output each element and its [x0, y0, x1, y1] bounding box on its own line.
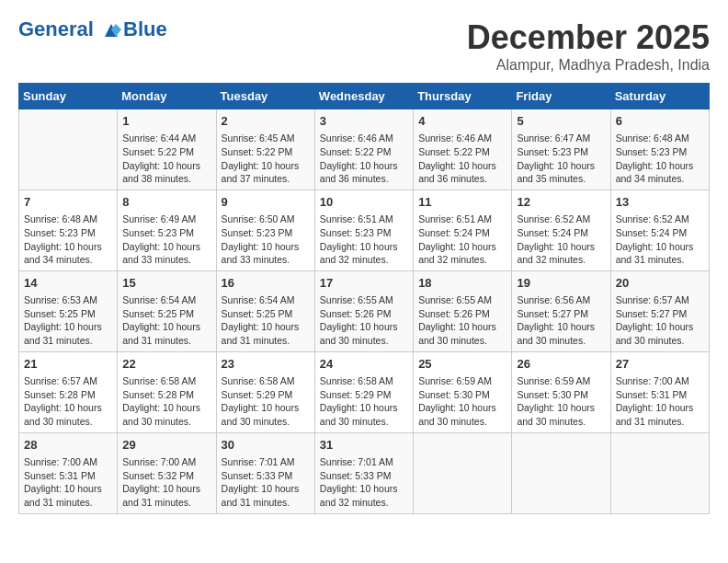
- calendar-week-row: 7Sunrise: 6:48 AM Sunset: 5:23 PM Daylig…: [19, 190, 710, 270]
- calendar-cell: 30Sunrise: 7:01 AM Sunset: 5:33 PM Dayli…: [216, 432, 314, 513]
- day-number: 3: [320, 113, 408, 130]
- day-number: 11: [418, 194, 506, 211]
- calendar-cell: 10Sunrise: 6:51 AM Sunset: 5:23 PM Dayli…: [314, 190, 413, 270]
- calendar-cell: [19, 109, 118, 190]
- day-info: Sunrise: 6:48 AM Sunset: 5:23 PM Dayligh…: [616, 132, 704, 186]
- calendar-cell: 26Sunrise: 6:59 AM Sunset: 5:30 PM Dayli…: [512, 351, 610, 432]
- calendar-header-row: SundayMondayTuesdayWednesdayThursdayFrid…: [19, 84, 710, 109]
- day-info: Sunrise: 6:50 AM Sunset: 5:23 PM Dayligh…: [222, 213, 310, 267]
- day-number: 17: [320, 275, 408, 292]
- day-number: 6: [616, 113, 704, 130]
- day-info: Sunrise: 6:44 AM Sunset: 5:22 PM Dayligh…: [122, 132, 210, 186]
- day-info: Sunrise: 6:49 AM Sunset: 5:23 PM Dayligh…: [122, 213, 210, 267]
- day-info: Sunrise: 6:57 AM Sunset: 5:27 PM Dayligh…: [616, 293, 704, 348]
- day-number: 18: [418, 275, 506, 292]
- logo-blue: Blue: [123, 18, 167, 40]
- logo-icon: [101, 20, 121, 40]
- calendar-week-row: 21Sunrise: 6:57 AM Sunset: 5:28 PM Dayli…: [19, 351, 710, 432]
- day-info: Sunrise: 6:46 AM Sunset: 5:22 PM Dayligh…: [418, 132, 506, 186]
- day-number: 1: [122, 113, 210, 130]
- calendar-cell: 31Sunrise: 7:01 AM Sunset: 5:33 PM Dayli…: [314, 432, 413, 513]
- day-info: Sunrise: 6:58 AM Sunset: 5:28 PM Dayligh…: [122, 374, 210, 429]
- calendar-cell: 19Sunrise: 6:56 AM Sunset: 5:27 PM Dayli…: [512, 270, 610, 351]
- day-number: 20: [616, 275, 704, 292]
- calendar-cell: 1Sunrise: 6:44 AM Sunset: 5:22 PM Daylig…: [118, 109, 216, 190]
- col-header-wednesday: Wednesday: [314, 84, 413, 109]
- day-info: Sunrise: 6:52 AM Sunset: 5:24 PM Dayligh…: [517, 213, 605, 267]
- calendar-cell: 4Sunrise: 6:46 AM Sunset: 5:22 PM Daylig…: [414, 109, 512, 190]
- day-number: 31: [320, 437, 408, 454]
- day-info: Sunrise: 6:51 AM Sunset: 5:23 PM Dayligh…: [320, 213, 408, 267]
- day-number: 10: [320, 194, 408, 211]
- calendar-cell: 15Sunrise: 6:54 AM Sunset: 5:25 PM Dayli…: [118, 270, 216, 351]
- day-number: 2: [222, 113, 310, 130]
- calendar-week-row: 14Sunrise: 6:53 AM Sunset: 5:25 PM Dayli…: [19, 270, 710, 351]
- day-info: Sunrise: 6:47 AM Sunset: 5:23 PM Dayligh…: [517, 132, 605, 186]
- day-number: 15: [122, 275, 210, 292]
- day-number: 16: [222, 275, 310, 292]
- page-header: General Blue December 2025 Alampur, Madh…: [18, 18, 710, 74]
- calendar-cell: 20Sunrise: 6:57 AM Sunset: 5:27 PM Dayli…: [610, 270, 709, 351]
- col-header-thursday: Thursday: [414, 84, 512, 109]
- day-info: Sunrise: 6:59 AM Sunset: 5:30 PM Dayligh…: [418, 374, 506, 429]
- day-number: 12: [517, 194, 605, 211]
- day-info: Sunrise: 6:46 AM Sunset: 5:22 PM Dayligh…: [320, 132, 408, 186]
- calendar-cell: 7Sunrise: 6:48 AM Sunset: 5:23 PM Daylig…: [19, 190, 118, 270]
- day-number: 30: [222, 437, 310, 454]
- day-number: 29: [122, 437, 210, 454]
- col-header-monday: Monday: [118, 84, 216, 109]
- calendar-cell: 27Sunrise: 7:00 AM Sunset: 5:31 PM Dayli…: [610, 351, 709, 432]
- day-info: Sunrise: 6:53 AM Sunset: 5:25 PM Dayligh…: [24, 293, 112, 348]
- calendar-cell: 24Sunrise: 6:58 AM Sunset: 5:29 PM Dayli…: [314, 351, 413, 432]
- calendar-cell: 9Sunrise: 6:50 AM Sunset: 5:23 PM Daylig…: [216, 190, 314, 270]
- location-subtitle: Alampur, Madhya Pradesh, India: [467, 57, 710, 74]
- day-number: 22: [122, 356, 210, 373]
- day-number: 5: [517, 113, 605, 130]
- day-number: 14: [24, 275, 112, 292]
- calendar-cell: 5Sunrise: 6:47 AM Sunset: 5:23 PM Daylig…: [512, 109, 610, 190]
- day-info: Sunrise: 6:57 AM Sunset: 5:28 PM Dayligh…: [24, 374, 112, 429]
- calendar-cell: [512, 432, 610, 513]
- calendar-cell: 6Sunrise: 6:48 AM Sunset: 5:23 PM Daylig…: [610, 109, 709, 190]
- calendar-cell: 3Sunrise: 6:46 AM Sunset: 5:22 PM Daylig…: [314, 109, 413, 190]
- day-info: Sunrise: 6:45 AM Sunset: 5:22 PM Dayligh…: [222, 132, 310, 186]
- day-info: Sunrise: 7:00 AM Sunset: 5:31 PM Dayligh…: [616, 374, 704, 429]
- day-info: Sunrise: 7:00 AM Sunset: 5:31 PM Dayligh…: [24, 455, 112, 510]
- title-block: December 2025 Alampur, Madhya Pradesh, I…: [467, 18, 710, 74]
- calendar-cell: 11Sunrise: 6:51 AM Sunset: 5:24 PM Dayli…: [414, 190, 512, 270]
- calendar-cell: 13Sunrise: 6:52 AM Sunset: 5:24 PM Dayli…: [610, 190, 709, 270]
- day-info: Sunrise: 6:54 AM Sunset: 5:25 PM Dayligh…: [122, 293, 210, 348]
- calendar-cell: 29Sunrise: 7:00 AM Sunset: 5:32 PM Dayli…: [118, 432, 216, 513]
- day-info: Sunrise: 6:52 AM Sunset: 5:24 PM Dayligh…: [616, 213, 704, 267]
- calendar-cell: 22Sunrise: 6:58 AM Sunset: 5:28 PM Dayli…: [118, 351, 216, 432]
- day-number: 23: [222, 356, 310, 373]
- calendar-cell: 17Sunrise: 6:55 AM Sunset: 5:26 PM Dayli…: [314, 270, 413, 351]
- calendar-week-row: 28Sunrise: 7:00 AM Sunset: 5:31 PM Dayli…: [19, 432, 710, 513]
- calendar-cell: 8Sunrise: 6:49 AM Sunset: 5:23 PM Daylig…: [118, 190, 216, 270]
- col-header-saturday: Saturday: [610, 84, 709, 109]
- day-number: 7: [24, 194, 112, 211]
- day-info: Sunrise: 6:54 AM Sunset: 5:25 PM Dayligh…: [222, 293, 310, 348]
- day-info: Sunrise: 7:00 AM Sunset: 5:32 PM Dayligh…: [122, 455, 210, 510]
- day-number: 9: [222, 194, 310, 211]
- logo-general: General: [18, 17, 94, 40]
- calendar-cell: 25Sunrise: 6:59 AM Sunset: 5:30 PM Dayli…: [414, 351, 512, 432]
- day-number: 19: [517, 275, 605, 292]
- calendar-table: SundayMondayTuesdayWednesdayThursdayFrid…: [18, 83, 710, 514]
- calendar-cell: 14Sunrise: 6:53 AM Sunset: 5:25 PM Dayli…: [19, 270, 118, 351]
- day-info: Sunrise: 6:59 AM Sunset: 5:30 PM Dayligh…: [517, 374, 605, 429]
- calendar-cell: 28Sunrise: 7:00 AM Sunset: 5:31 PM Dayli…: [19, 432, 118, 513]
- day-info: Sunrise: 6:55 AM Sunset: 5:26 PM Dayligh…: [418, 293, 506, 348]
- month-title: December 2025: [467, 18, 710, 57]
- calendar-cell: 2Sunrise: 6:45 AM Sunset: 5:22 PM Daylig…: [216, 109, 314, 190]
- day-info: Sunrise: 7:01 AM Sunset: 5:33 PM Dayligh…: [320, 455, 408, 510]
- day-number: 4: [418, 113, 506, 130]
- calendar-cell: [414, 432, 512, 513]
- col-header-sunday: Sunday: [19, 84, 118, 109]
- calendar-cell: [610, 432, 709, 513]
- day-number: 28: [24, 437, 112, 454]
- day-number: 25: [418, 356, 506, 373]
- day-number: 26: [517, 356, 605, 373]
- calendar-cell: 21Sunrise: 6:57 AM Sunset: 5:28 PM Dayli…: [19, 351, 118, 432]
- calendar-cell: 18Sunrise: 6:55 AM Sunset: 5:26 PM Dayli…: [414, 270, 512, 351]
